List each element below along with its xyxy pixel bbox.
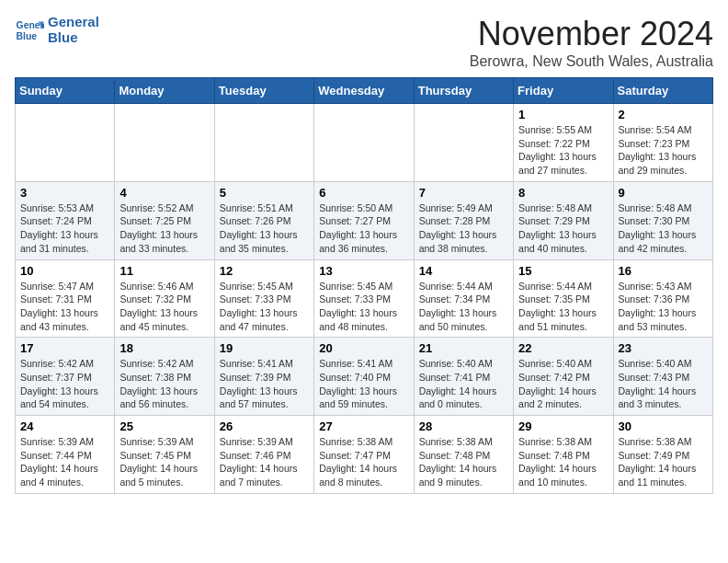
- day-number: 5: [220, 186, 309, 200]
- day-info: Sunrise: 5:45 AM Sunset: 7:33 PM Dayligh…: [319, 280, 408, 334]
- calendar-cell: [115, 104, 214, 182]
- day-number: 7: [419, 186, 508, 200]
- day-number: 3: [20, 186, 109, 200]
- day-info: Sunrise: 5:42 AM Sunset: 7:37 PM Dayligh…: [20, 357, 109, 411]
- day-info: Sunrise: 5:38 AM Sunset: 7:48 PM Dayligh…: [518, 435, 608, 489]
- calendar-cell: 27Sunrise: 5:38 AM Sunset: 7:47 PM Dayli…: [314, 416, 414, 494]
- calendar-cell: [214, 104, 313, 182]
- day-info: Sunrise: 5:41 AM Sunset: 7:39 PM Dayligh…: [220, 357, 309, 411]
- calendar-cell: 24Sunrise: 5:39 AM Sunset: 7:44 PM Dayli…: [16, 416, 115, 494]
- calendar-cell: 18Sunrise: 5:42 AM Sunset: 7:38 PM Dayli…: [115, 338, 214, 416]
- logo-text: General Blue: [48, 15, 99, 45]
- week-row-4: 17Sunrise: 5:42 AM Sunset: 7:37 PM Dayli…: [16, 338, 713, 416]
- day-number: 17: [20, 341, 109, 355]
- day-info: Sunrise: 5:40 AM Sunset: 7:41 PM Dayligh…: [419, 357, 508, 411]
- day-info: Sunrise: 5:44 AM Sunset: 7:35 PM Dayligh…: [518, 280, 608, 334]
- week-row-1: 1Sunrise: 5:55 AM Sunset: 7:22 PM Daylig…: [16, 104, 713, 182]
- weekday-header-tuesday: Tuesday: [214, 78, 313, 104]
- calendar-cell: 29Sunrise: 5:38 AM Sunset: 7:48 PM Dayli…: [514, 416, 613, 494]
- day-number: 10: [20, 264, 109, 278]
- day-number: 4: [119, 186, 209, 200]
- day-number: 13: [319, 264, 408, 278]
- week-row-5: 24Sunrise: 5:39 AM Sunset: 7:44 PM Dayli…: [16, 416, 713, 494]
- svg-text:Blue: Blue: [17, 30, 38, 40]
- weekday-header-wednesday: Wednesday: [314, 78, 414, 104]
- calendar-cell: 30Sunrise: 5:38 AM Sunset: 7:49 PM Dayli…: [613, 416, 712, 494]
- weekday-header-friday: Friday: [514, 78, 613, 104]
- day-number: 21: [419, 341, 508, 355]
- day-info: Sunrise: 5:48 AM Sunset: 7:29 PM Dayligh…: [518, 201, 608, 256]
- calendar-cell: 12Sunrise: 5:45 AM Sunset: 7:33 PM Dayli…: [214, 259, 313, 338]
- calendar-cell: 16Sunrise: 5:43 AM Sunset: 7:36 PM Dayli…: [613, 259, 712, 338]
- day-info: Sunrise: 5:40 AM Sunset: 7:43 PM Dayligh…: [619, 357, 708, 411]
- day-info: Sunrise: 5:39 AM Sunset: 7:46 PM Dayligh…: [220, 435, 309, 489]
- day-info: Sunrise: 5:40 AM Sunset: 7:42 PM Dayligh…: [518, 357, 608, 411]
- week-row-2: 3Sunrise: 5:53 AM Sunset: 7:24 PM Daylig…: [16, 181, 713, 259]
- calendar-cell: 19Sunrise: 5:41 AM Sunset: 7:39 PM Dayli…: [214, 338, 313, 416]
- calendar-cell: 5Sunrise: 5:51 AM Sunset: 7:26 PM Daylig…: [214, 181, 313, 259]
- day-number: 29: [518, 419, 608, 433]
- day-info: Sunrise: 5:53 AM Sunset: 7:24 PM Dayligh…: [20, 201, 109, 256]
- weekday-header-monday: Monday: [115, 78, 214, 104]
- weekday-header-saturday: Saturday: [613, 78, 712, 104]
- day-info: Sunrise: 5:52 AM Sunset: 7:25 PM Dayligh…: [119, 201, 209, 256]
- day-number: 14: [419, 264, 508, 278]
- calendar-cell: 4Sunrise: 5:52 AM Sunset: 7:25 PM Daylig…: [115, 181, 214, 259]
- day-number: 22: [518, 341, 608, 355]
- day-number: 12: [220, 264, 309, 278]
- day-info: Sunrise: 5:38 AM Sunset: 7:47 PM Dayligh…: [319, 435, 408, 489]
- calendar-cell: 9Sunrise: 5:48 AM Sunset: 7:30 PM Daylig…: [613, 181, 712, 259]
- day-number: 20: [319, 341, 408, 355]
- day-info: Sunrise: 5:46 AM Sunset: 7:32 PM Dayligh…: [119, 280, 209, 334]
- day-number: 16: [619, 264, 708, 278]
- week-row-3: 10Sunrise: 5:47 AM Sunset: 7:31 PM Dayli…: [16, 259, 713, 338]
- location-title: Berowra, New South Wales, Australia: [470, 53, 713, 70]
- calendar-cell: 1Sunrise: 5:55 AM Sunset: 7:22 PM Daylig…: [514, 104, 613, 182]
- title-area: November 2024 Berowra, New South Wales, …: [470, 15, 713, 70]
- calendar-cell: 3Sunrise: 5:53 AM Sunset: 7:24 PM Daylig…: [16, 181, 115, 259]
- calendar-cell: [314, 104, 414, 182]
- day-info: Sunrise: 5:42 AM Sunset: 7:38 PM Dayligh…: [119, 357, 209, 411]
- day-number: 2: [619, 108, 708, 121]
- calendar-cell: 23Sunrise: 5:40 AM Sunset: 7:43 PM Dayli…: [613, 338, 712, 416]
- logo-icon: General Blue: [15, 16, 44, 45]
- calendar-cell: [16, 104, 115, 182]
- day-number: 24: [20, 419, 109, 433]
- day-info: Sunrise: 5:45 AM Sunset: 7:33 PM Dayligh…: [220, 280, 309, 334]
- day-info: Sunrise: 5:43 AM Sunset: 7:36 PM Dayligh…: [619, 280, 708, 334]
- calendar-cell: 17Sunrise: 5:42 AM Sunset: 7:37 PM Dayli…: [16, 338, 115, 416]
- calendar-cell: 10Sunrise: 5:47 AM Sunset: 7:31 PM Dayli…: [16, 259, 115, 338]
- weekday-header-row: SundayMondayTuesdayWednesdayThursdayFrid…: [16, 78, 713, 104]
- day-number: 26: [220, 419, 309, 433]
- day-info: Sunrise: 5:47 AM Sunset: 7:31 PM Dayligh…: [20, 280, 109, 334]
- weekday-header-thursday: Thursday: [414, 78, 513, 104]
- calendar-cell: 8Sunrise: 5:48 AM Sunset: 7:29 PM Daylig…: [514, 181, 613, 259]
- day-info: Sunrise: 5:39 AM Sunset: 7:44 PM Dayligh…: [20, 435, 109, 489]
- day-info: Sunrise: 5:49 AM Sunset: 7:28 PM Dayligh…: [419, 201, 508, 256]
- calendar-cell: 13Sunrise: 5:45 AM Sunset: 7:33 PM Dayli…: [314, 259, 414, 338]
- day-info: Sunrise: 5:55 AM Sunset: 7:22 PM Dayligh…: [518, 123, 608, 178]
- day-info: Sunrise: 5:38 AM Sunset: 7:48 PM Dayligh…: [419, 435, 508, 489]
- day-info: Sunrise: 5:51 AM Sunset: 7:26 PM Dayligh…: [220, 201, 309, 256]
- day-info: Sunrise: 5:41 AM Sunset: 7:40 PM Dayligh…: [319, 357, 408, 411]
- day-number: 28: [419, 419, 508, 433]
- day-info: Sunrise: 5:44 AM Sunset: 7:34 PM Dayligh…: [419, 280, 508, 334]
- calendar-cell: 2Sunrise: 5:54 AM Sunset: 7:23 PM Daylig…: [613, 104, 712, 182]
- day-number: 8: [518, 186, 608, 200]
- day-number: 18: [119, 341, 209, 355]
- calendar-cell: 28Sunrise: 5:38 AM Sunset: 7:48 PM Dayli…: [414, 416, 513, 494]
- calendar-cell: 21Sunrise: 5:40 AM Sunset: 7:41 PM Dayli…: [414, 338, 513, 416]
- month-title: November 2024: [470, 15, 713, 53]
- calendar-cell: 25Sunrise: 5:39 AM Sunset: 7:45 PM Dayli…: [115, 416, 214, 494]
- day-info: Sunrise: 5:48 AM Sunset: 7:30 PM Dayligh…: [619, 201, 708, 256]
- calendar-cell: 11Sunrise: 5:46 AM Sunset: 7:32 PM Dayli…: [115, 259, 214, 338]
- calendar-cell: 26Sunrise: 5:39 AM Sunset: 7:46 PM Dayli…: [214, 416, 313, 494]
- day-number: 15: [518, 264, 608, 278]
- calendar-cell: 14Sunrise: 5:44 AM Sunset: 7:34 PM Dayli…: [414, 259, 513, 338]
- day-number: 1: [518, 108, 608, 121]
- day-info: Sunrise: 5:50 AM Sunset: 7:27 PM Dayligh…: [319, 201, 408, 256]
- day-info: Sunrise: 5:54 AM Sunset: 7:23 PM Dayligh…: [619, 123, 708, 178]
- calendar-cell: 15Sunrise: 5:44 AM Sunset: 7:35 PM Dayli…: [514, 259, 613, 338]
- day-info: Sunrise: 5:39 AM Sunset: 7:45 PM Dayligh…: [119, 435, 209, 489]
- calendar-cell: 6Sunrise: 5:50 AM Sunset: 7:27 PM Daylig…: [314, 181, 414, 259]
